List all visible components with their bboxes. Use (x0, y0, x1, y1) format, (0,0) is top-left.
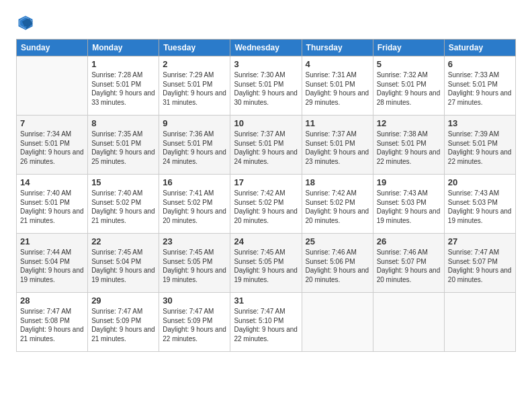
day-info: Sunrise: 7:35 AMSunset: 5:01 PMDaylight:… (91, 130, 155, 166)
day-info: Sunrise: 7:36 AMSunset: 5:01 PMDaylight:… (163, 130, 226, 166)
day-number: 29 (91, 295, 155, 306)
calendar-cell: 28Sunrise: 7:47 AMSunset: 5:08 PMDayligh… (17, 293, 88, 352)
day-number: 23 (163, 236, 226, 246)
day-info: Sunrise: 7:32 AMSunset: 5:01 PMDaylight:… (377, 71, 441, 107)
col-header-wednesday: Wednesday (230, 40, 302, 56)
calendar-cell (302, 293, 373, 352)
calendar-cell (17, 56, 88, 116)
calendar-cell: 29Sunrise: 7:47 AMSunset: 5:09 PMDayligh… (88, 293, 159, 352)
day-info: Sunrise: 7:37 AMSunset: 5:01 PMDaylight:… (234, 130, 298, 166)
calendar-cell: 27Sunrise: 7:47 AMSunset: 5:07 PMDayligh… (444, 234, 515, 293)
calendar-cell: 6Sunrise: 7:33 AMSunset: 5:01 PMDaylight… (444, 56, 515, 116)
day-info: Sunrise: 7:46 AMSunset: 5:07 PMDaylight:… (377, 248, 441, 284)
day-info: Sunrise: 7:45 AMSunset: 5:04 PMDaylight:… (91, 248, 155, 284)
day-number: 8 (91, 118, 155, 128)
day-number: 21 (20, 236, 84, 246)
day-number: 15 (91, 177, 155, 187)
calendar-cell: 17Sunrise: 7:42 AMSunset: 5:02 PMDayligh… (230, 175, 302, 234)
header (16, 13, 516, 32)
calendar-cell: 11Sunrise: 7:37 AMSunset: 5:01 PMDayligh… (302, 116, 373, 175)
day-number: 2 (163, 59, 226, 69)
day-info: Sunrise: 7:44 AMSunset: 5:04 PMDaylight:… (20, 248, 84, 284)
day-number: 14 (20, 177, 84, 187)
calendar-cell: 14Sunrise: 7:40 AMSunset: 5:01 PMDayligh… (17, 175, 88, 234)
day-number: 12 (377, 118, 441, 128)
day-number: 10 (234, 118, 298, 128)
calendar-header-row: SundayMondayTuesdayWednesdayThursdayFrid… (17, 40, 516, 56)
calendar-cell: 8Sunrise: 7:35 AMSunset: 5:01 PMDaylight… (88, 116, 159, 175)
calendar-cell: 3Sunrise: 7:30 AMSunset: 5:01 PMDaylight… (230, 56, 302, 116)
day-info: Sunrise: 7:47 AMSunset: 5:09 PMDaylight:… (91, 307, 155, 343)
calendar-week-row: 14Sunrise: 7:40 AMSunset: 5:01 PMDayligh… (17, 175, 516, 234)
calendar-cell: 1Sunrise: 7:28 AMSunset: 5:01 PMDaylight… (88, 56, 159, 116)
day-number: 16 (163, 177, 226, 187)
calendar-cell: 13Sunrise: 7:39 AMSunset: 5:01 PMDayligh… (444, 116, 515, 175)
day-info: Sunrise: 7:43 AMSunset: 5:03 PMDaylight:… (448, 189, 512, 225)
calendar-cell (373, 293, 444, 352)
calendar-week-row: 28Sunrise: 7:47 AMSunset: 5:08 PMDayligh… (17, 293, 516, 352)
day-number: 20 (448, 177, 512, 187)
day-number: 27 (448, 236, 512, 246)
calendar-cell: 19Sunrise: 7:43 AMSunset: 5:03 PMDayligh… (373, 175, 444, 234)
calendar-cell (444, 293, 515, 352)
day-number: 9 (163, 118, 226, 128)
day-number: 25 (306, 236, 369, 246)
day-number: 28 (20, 295, 84, 306)
col-header-thursday: Thursday (302, 40, 373, 56)
calendar-cell: 5Sunrise: 7:32 AMSunset: 5:01 PMDaylight… (373, 56, 444, 116)
col-header-tuesday: Tuesday (159, 40, 230, 56)
calendar-cell: 16Sunrise: 7:41 AMSunset: 5:02 PMDayligh… (159, 175, 230, 234)
calendar-cell: 21Sunrise: 7:44 AMSunset: 5:04 PMDayligh… (17, 234, 88, 293)
day-info: Sunrise: 7:28 AMSunset: 5:01 PMDaylight:… (91, 71, 155, 107)
day-info: Sunrise: 7:45 AMSunset: 5:05 PMDaylight:… (163, 248, 226, 284)
calendar-cell: 2Sunrise: 7:29 AMSunset: 5:01 PMDaylight… (159, 56, 230, 116)
day-number: 3 (234, 59, 298, 69)
calendar-cell: 20Sunrise: 7:43 AMSunset: 5:03 PMDayligh… (444, 175, 515, 234)
logo (16, 13, 36, 32)
calendar-cell: 15Sunrise: 7:40 AMSunset: 5:02 PMDayligh… (88, 175, 159, 234)
calendar-cell: 25Sunrise: 7:46 AMSunset: 5:06 PMDayligh… (302, 234, 373, 293)
day-number: 13 (448, 118, 512, 128)
day-number: 17 (234, 177, 298, 187)
calendar-week-row: 7Sunrise: 7:34 AMSunset: 5:01 PMDaylight… (17, 116, 516, 175)
day-info: Sunrise: 7:40 AMSunset: 5:02 PMDaylight:… (91, 189, 155, 225)
logo-icon (16, 13, 35, 32)
calendar-cell: 7Sunrise: 7:34 AMSunset: 5:01 PMDaylight… (17, 116, 88, 175)
page: SundayMondayTuesdayWednesdayThursdayFrid… (0, 0, 532, 411)
col-header-monday: Monday (88, 40, 159, 56)
col-header-friday: Friday (373, 40, 444, 56)
day-info: Sunrise: 7:47 AMSunset: 5:07 PMDaylight:… (448, 248, 512, 284)
day-info: Sunrise: 7:39 AMSunset: 5:01 PMDaylight:… (448, 130, 512, 166)
day-info: Sunrise: 7:43 AMSunset: 5:03 PMDaylight:… (377, 189, 441, 225)
day-info: Sunrise: 7:33 AMSunset: 5:01 PMDaylight:… (448, 71, 512, 107)
day-info: Sunrise: 7:45 AMSunset: 5:05 PMDaylight:… (234, 248, 298, 284)
day-info: Sunrise: 7:47 AMSunset: 5:08 PMDaylight:… (20, 307, 84, 343)
day-number: 19 (377, 177, 441, 187)
calendar-cell: 22Sunrise: 7:45 AMSunset: 5:04 PMDayligh… (88, 234, 159, 293)
col-header-saturday: Saturday (444, 40, 515, 56)
day-number: 22 (91, 236, 155, 246)
calendar-cell: 30Sunrise: 7:47 AMSunset: 5:09 PMDayligh… (159, 293, 230, 352)
day-number: 18 (306, 177, 369, 187)
day-number: 26 (377, 236, 441, 246)
day-number: 30 (163, 295, 226, 306)
calendar-cell: 23Sunrise: 7:45 AMSunset: 5:05 PMDayligh… (159, 234, 230, 293)
day-info: Sunrise: 7:42 AMSunset: 5:02 PMDaylight:… (234, 189, 298, 225)
day-number: 7 (20, 118, 84, 128)
calendar-cell: 10Sunrise: 7:37 AMSunset: 5:01 PMDayligh… (230, 116, 302, 175)
day-info: Sunrise: 7:37 AMSunset: 5:01 PMDaylight:… (306, 130, 369, 166)
day-info: Sunrise: 7:41 AMSunset: 5:02 PMDaylight:… (163, 189, 226, 225)
calendar-cell: 26Sunrise: 7:46 AMSunset: 5:07 PMDayligh… (373, 234, 444, 293)
day-info: Sunrise: 7:47 AMSunset: 5:09 PMDaylight:… (163, 307, 226, 343)
day-info: Sunrise: 7:31 AMSunset: 5:01 PMDaylight:… (306, 71, 369, 107)
day-number: 24 (234, 236, 298, 246)
calendar-week-row: 21Sunrise: 7:44 AMSunset: 5:04 PMDayligh… (17, 234, 516, 293)
day-info: Sunrise: 7:46 AMSunset: 5:06 PMDaylight:… (306, 248, 369, 284)
calendar-cell: 18Sunrise: 7:42 AMSunset: 5:02 PMDayligh… (302, 175, 373, 234)
day-info: Sunrise: 7:34 AMSunset: 5:01 PMDaylight:… (20, 130, 84, 166)
day-number: 5 (377, 59, 441, 69)
calendar-cell: 4Sunrise: 7:31 AMSunset: 5:01 PMDaylight… (302, 56, 373, 116)
day-info: Sunrise: 7:40 AMSunset: 5:01 PMDaylight:… (20, 189, 84, 225)
day-info: Sunrise: 7:29 AMSunset: 5:01 PMDaylight:… (163, 71, 226, 107)
day-number: 6 (448, 59, 512, 69)
